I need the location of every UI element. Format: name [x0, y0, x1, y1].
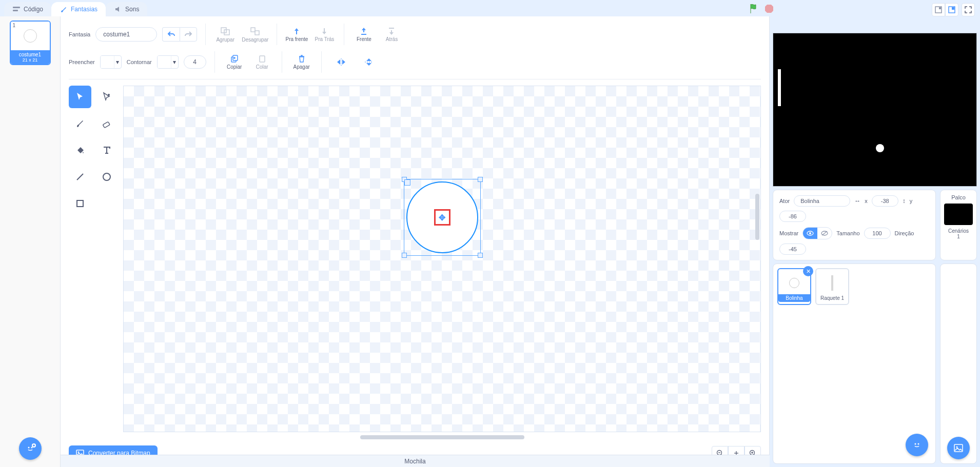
sound-icon: [114, 5, 122, 13]
svg-rect-12: [224, 30, 229, 35]
y-icon: ↕: [903, 197, 906, 205]
costume-thumb-name: costume1: [11, 52, 50, 57]
svg-rect-21: [103, 121, 110, 128]
stage-preview[interactable]: [773, 33, 977, 187]
tab-code[interactable]: Código: [4, 2, 51, 16]
fill-color-picker[interactable]: ▾: [100, 55, 122, 69]
code-icon: [12, 5, 21, 13]
paint-canvas[interactable]: ✥: [123, 86, 761, 432]
svg-rect-17: [260, 56, 265, 62]
outline-width-input[interactable]: [184, 55, 206, 69]
sprite-y-input[interactable]: [779, 211, 806, 222]
select-tool[interactable]: [69, 86, 91, 108]
svg-rect-6: [952, 7, 954, 10]
sprite-direction-input[interactable]: [779, 243, 806, 255]
green-flag-icon[interactable]: [749, 3, 759, 14]
eraser-tool[interactable]: [95, 112, 118, 135]
costume-name-input[interactable]: [95, 27, 157, 42]
brush-tool[interactable]: [69, 112, 91, 135]
sprite-list: ✕ Bolinha Raquete 1: [773, 263, 936, 464]
stage-backdrop-panel: [940, 263, 977, 464]
tab-sounds[interactable]: Sons: [106, 2, 147, 16]
svg-rect-1: [13, 10, 18, 11]
tab-code-label: Código: [24, 6, 43, 13]
svg-rect-13: [251, 28, 255, 32]
group-button[interactable]: Agrupar: [214, 27, 237, 43]
svg-point-8: [28, 447, 29, 449]
direction-label: Direção: [895, 230, 914, 236]
sprite-tile-raquete[interactable]: Raquete 1: [815, 268, 849, 305]
copy-button[interactable]: Copiar: [223, 55, 246, 70]
stage-panel[interactable]: Palco Cenários 1: [940, 190, 977, 260]
costume-name-label: Fantasia: [69, 31, 90, 37]
outline-color-picker[interactable]: ▾: [157, 55, 179, 69]
front-button[interactable]: Frente: [352, 27, 375, 42]
stop-icon[interactable]: [765, 4, 774, 13]
canvas-h-scrollbar[interactable]: [360, 435, 524, 439]
reshape-tool[interactable]: [95, 86, 118, 108]
svg-rect-4: [939, 7, 941, 9]
tab-costumes-label: Fantasias: [71, 6, 97, 13]
add-costume-button[interactable]: [19, 437, 42, 460]
svg-point-37: [809, 232, 811, 234]
flip-vertical-button[interactable]: [358, 58, 380, 66]
tool-palette: [69, 86, 118, 439]
actor-label: Ator: [779, 198, 790, 204]
costume-thumb-1[interactable]: 1 costume1 21 x 21: [10, 21, 51, 65]
brush-icon: [60, 5, 68, 13]
costume-list: 1 costume1 21 x 21: [0, 16, 61, 467]
stage-size-controls: [932, 3, 975, 16]
forward-button[interactable]: Pra frente: [285, 27, 308, 42]
editor-tabs: Código Fantasias Sons: [0, 0, 980, 16]
flip-horizontal-button[interactable]: [330, 58, 352, 66]
svg-rect-43: [954, 444, 963, 452]
fill-label: Preencher: [69, 59, 95, 65]
undo-button[interactable]: [162, 27, 180, 42]
delete-button[interactable]: Apagar: [290, 55, 313, 70]
center-crosshair-icon: ✥: [434, 209, 450, 226]
costume-thumb-dim: 21 x 21: [11, 57, 50, 63]
sprite-size-input[interactable]: [864, 228, 891, 239]
costume-preview: [11, 22, 50, 50]
sprite-x-input[interactable]: [872, 195, 898, 207]
circle-tool[interactable]: [95, 166, 118, 188]
svg-rect-11: [221, 28, 226, 33]
add-sprite-button[interactable]: [906, 434, 928, 456]
canvas-v-scrollbar[interactable]: [755, 194, 759, 240]
stage-ball: [876, 144, 884, 152]
fill-tool[interactable]: [69, 139, 91, 161]
show-label: Mostrar: [779, 230, 798, 236]
svg-rect-0: [13, 7, 20, 8]
size-label: Tamanho: [836, 230, 859, 236]
stage-thumb: [944, 204, 973, 225]
rect-tool[interactable]: [69, 192, 91, 215]
line-tool[interactable]: [69, 166, 91, 188]
sprite-name-input[interactable]: [794, 195, 850, 207]
delete-sprite-button[interactable]: ✕: [803, 266, 813, 276]
svg-point-42: [918, 443, 919, 445]
svg-marker-2: [765, 5, 773, 13]
ungroup-button[interactable]: Desagrupar: [242, 27, 268, 43]
tab-sounds-label: Sons: [125, 6, 139, 13]
add-backdrop-button[interactable]: [947, 437, 970, 459]
paste-button[interactable]: Colar: [251, 55, 273, 70]
visibility-toggle: [802, 227, 832, 239]
stage-small-button[interactable]: [932, 3, 945, 16]
sprite-tile-bolinha[interactable]: ✕ Bolinha: [777, 268, 811, 305]
show-button[interactable]: [803, 228, 817, 239]
text-tool[interactable]: [95, 139, 118, 161]
hide-button[interactable]: [817, 228, 832, 239]
back-button[interactable]: Atrás: [380, 27, 403, 42]
redo-button[interactable]: [180, 27, 197, 42]
paint-editor: Fantasia Agrupar Desagrupar Pra frente P…: [61, 16, 770, 467]
backpack-bar[interactable]: Mochila: [61, 455, 770, 467]
tab-costumes[interactable]: Fantasias: [51, 2, 106, 16]
svg-point-23: [103, 173, 110, 180]
run-controls: [749, 3, 774, 14]
canvas-selection[interactable]: ✥: [404, 179, 481, 256]
fullscreen-button[interactable]: [962, 3, 975, 16]
backward-button[interactable]: Pra Trás: [313, 27, 336, 42]
stage-large-button[interactable]: [945, 3, 958, 16]
svg-point-40: [912, 440, 922, 450]
sprite-info-panel: Ator ↔ x ↕ y Mostrar Tamanho: [773, 190, 936, 260]
